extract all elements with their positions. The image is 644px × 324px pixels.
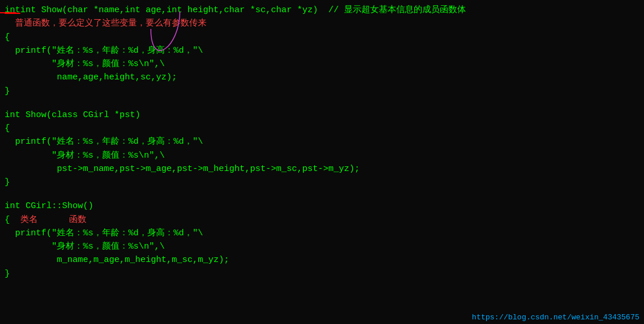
s1-printf-1: printf("姓名：%s，年龄：%d，身高：%d，"\ <box>5 44 639 57</box>
section3-signature: int CGirl::Show() <box>5 199 639 213</box>
s1-open-brace: { <box>5 31 639 44</box>
s3-printf-3: m_name,m_age,m_height,m_sc,m_yz); <box>5 253 639 267</box>
s2-printf-2: "身材：%s，颜值：%s\n",\ <box>5 149 639 162</box>
s2-open-brace: { <box>5 122 639 135</box>
url-bar: https://blog.csdn.net/weixin_43435675 <box>472 313 639 322</box>
s3-printf-2: "身材：%s，颜值：%s\n",\ <box>5 240 639 253</box>
s3-printf-1: printf("姓名：%s，年龄：%d，身高：%d，"\ <box>5 227 639 240</box>
section2-signature: int Show(class CGirl *pst) <box>5 108 639 122</box>
s3-annotation-line: { 类名 函数 <box>5 213 639 227</box>
section1-signature: intint Show(char *name,int age,int heigh… <box>5 3 639 17</box>
s1-close-brace: } <box>5 85 639 98</box>
s3-annotation-class: 类名 <box>20 215 38 225</box>
code-container: intint Show(char *name,int age,int heigh… <box>0 0 644 284</box>
s2-printf-3: pst->m_name,pst->m_age,pst->m_height,pst… <box>5 162 639 176</box>
s1-sig-rest: int Show(char *name,int age,int height,c… <box>20 5 466 15</box>
s1-printf-3: name,age,height,sc,yz); <box>5 71 639 84</box>
keyword-int-1: int <box>5 5 20 15</box>
s1-printf-2: "身材：%s，颜值：%s\n",\ <box>5 57 639 71</box>
gap1 <box>5 98 639 108</box>
s2-close-brace: } <box>5 176 639 189</box>
s2-printf-1: printf("姓名：%s，年龄：%d，身高：%d，"\ <box>5 135 639 148</box>
s3-close-brace: } <box>5 267 639 281</box>
s3-annotation-func: 函数 <box>69 215 86 225</box>
gap2 <box>5 189 639 199</box>
section1-annotation: 普通函数，要么定义了这些变量，要么有参数传来 <box>5 17 639 30</box>
